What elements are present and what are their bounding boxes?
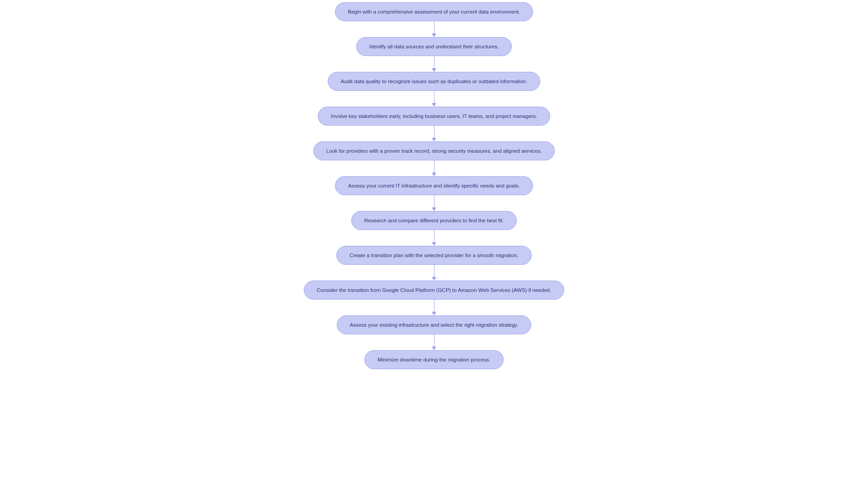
connector-line: [434, 334, 434, 347]
flowchart-connector: [432, 126, 436, 141]
flowchart-connector: [432, 334, 436, 350]
flowchart-node: Assess your existing infrastructure and …: [337, 315, 531, 334]
flowchart-connector: [432, 195, 436, 211]
flowchart-node: Research and compare different providers…: [351, 211, 517, 230]
flowchart-connector: [432, 160, 436, 176]
connector-line: [434, 126, 434, 138]
arrow-down-icon: [432, 138, 436, 141]
connector-line: [434, 265, 434, 277]
flowchart-node: Consider the transition from Google Clou…: [304, 281, 564, 300]
arrow-down-icon: [432, 242, 436, 246]
connector-line: [434, 195, 434, 207]
arrow-down-icon: [432, 173, 436, 176]
flowchart-node: Audit data quality to recognize issues s…: [328, 72, 540, 91]
flowchart-node: Look for providers with a proven track r…: [313, 141, 555, 160]
flowchart-node: Assess your current IT infrastructure an…: [335, 176, 533, 195]
connector-line: [434, 21, 434, 33]
flowchart-node: Minimize downtime during the migration p…: [364, 350, 503, 369]
flowchart-node: Identify all data sources and understand…: [356, 37, 512, 56]
flowchart-node: Create a transition plan with the select…: [336, 246, 531, 265]
arrow-down-icon: [432, 207, 436, 211]
flowchart-node: Involve key stakeholders early, includin…: [318, 107, 551, 126]
connector-line: [434, 91, 434, 103]
arrow-down-icon: [432, 33, 436, 37]
flowchart-connector: [432, 91, 436, 107]
flowchart-connector: [432, 300, 436, 315]
arrow-down-icon: [432, 103, 436, 107]
flowchart-container: Begin with a comprehensive assessment of…: [0, 0, 868, 369]
connector-line: [434, 56, 434, 68]
arrow-down-icon: [432, 68, 436, 72]
connector-line: [434, 300, 434, 312]
flowchart-node: Begin with a comprehensive assessment of…: [335, 2, 533, 21]
flowchart-connector: [432, 56, 436, 72]
flowchart-connector: [432, 265, 436, 281]
connector-line: [434, 160, 434, 173]
arrow-down-icon: [432, 277, 436, 281]
connector-line: [434, 230, 434, 242]
flowchart-connector: [432, 21, 436, 37]
flowchart-connector: [432, 230, 436, 246]
arrow-down-icon: [432, 312, 436, 315]
arrow-down-icon: [432, 347, 436, 350]
